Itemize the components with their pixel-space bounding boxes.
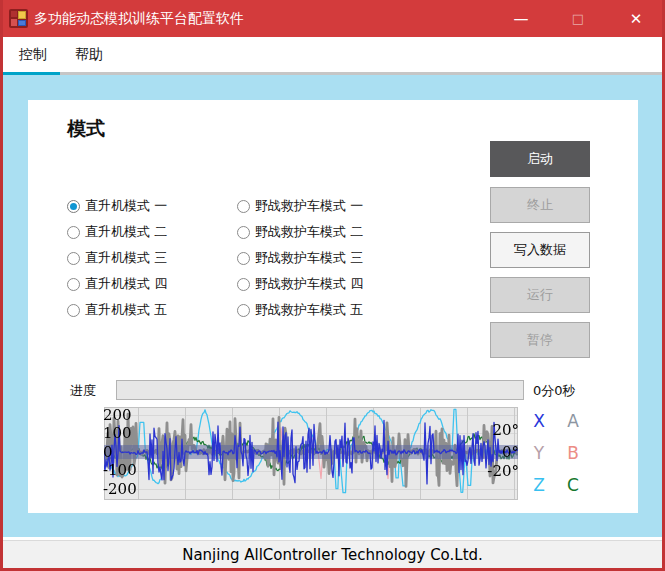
- pause-button[interactable]: 暂停: [490, 322, 590, 358]
- y-axis-tick: 200: [103, 406, 147, 424]
- radio-ambulance-mode-2[interactable]: 野战救护车模式 二: [237, 224, 363, 240]
- radio-helicopter-mode-4[interactable]: 直升机模式 四: [67, 276, 167, 292]
- legend-a: A: [562, 411, 584, 431]
- radio-label: 野战救护车模式 五: [255, 301, 363, 319]
- mode-heading: 模式: [67, 116, 105, 142]
- radio-label: 直升机模式 五: [85, 301, 167, 319]
- radio-label: 直升机模式 三: [85, 249, 167, 267]
- legend-c: C: [562, 475, 584, 495]
- title-bar: 多功能动态模拟训练平台配置软件 — □ ✕: [0, 0, 665, 37]
- window-border-left: [0, 0, 3, 571]
- run-button[interactable]: 运行: [490, 277, 590, 313]
- degree-axis-tick: 0°: [469, 444, 519, 460]
- legend-x: X: [528, 411, 550, 431]
- radio-ambulance-mode-5[interactable]: 野战救护车模式 五: [237, 302, 363, 318]
- degree-axis-tick: -20°: [469, 463, 519, 479]
- radio-label: 直升机模式 二: [85, 223, 167, 241]
- progress-label: 进度: [70, 382, 96, 400]
- legend-z: Z: [528, 475, 550, 495]
- radio-circle: [67, 252, 80, 265]
- maximize-button[interactable]: □: [555, 0, 601, 37]
- legend-y: Y: [528, 443, 550, 463]
- radio-circle: [237, 226, 250, 239]
- status-bar: Nanjing AllController Technology Co.Ltd.: [3, 540, 662, 568]
- app-icon: [9, 9, 28, 28]
- radio-ambulance-mode-3[interactable]: 野战救护车模式 三: [237, 250, 363, 266]
- legend-b: B: [562, 443, 584, 463]
- radio-circle: [67, 200, 80, 213]
- menu-item-help[interactable]: 帮助: [63, 37, 115, 72]
- radio-helicopter-mode-1[interactable]: 直升机模式 一: [67, 198, 167, 214]
- menu-item-control[interactable]: 控制: [7, 37, 59, 72]
- radio-label: 野战救护车模式 一: [255, 197, 363, 215]
- radio-circle: [237, 252, 250, 265]
- radio-circle: [67, 278, 80, 291]
- start-button[interactable]: 启动: [490, 141, 590, 177]
- progress-bar: [116, 380, 524, 400]
- window-title: 多功能动态模拟训练平台配置软件: [34, 10, 244, 28]
- app-window: 多功能动态模拟训练平台配置软件 — □ ✕ 控制 帮助 模式 直升机模式 一 直…: [0, 0, 665, 571]
- close-button[interactable]: ✕: [613, 0, 659, 37]
- radio-circle: [67, 304, 80, 317]
- radio-ambulance-mode-4[interactable]: 野战救护车模式 四: [237, 276, 363, 292]
- company-name: Nanjing AllController Technology Co.Ltd.: [182, 546, 483, 564]
- radio-helicopter-mode-3[interactable]: 直升机模式 三: [67, 250, 167, 266]
- minimize-button[interactable]: —: [498, 0, 544, 37]
- radio-circle: [237, 200, 250, 213]
- radio-helicopter-mode-5[interactable]: 直升机模式 五: [67, 302, 167, 318]
- radio-label: 直升机模式 四: [85, 275, 167, 293]
- radio-ambulance-mode-1[interactable]: 野战救护车模式 一: [237, 198, 363, 214]
- degree-axis-tick: 20°: [469, 422, 519, 438]
- radio-label: 野战救护车模式 四: [255, 275, 363, 293]
- signal-chart-canvas: [104, 407, 518, 500]
- menu-bar: 控制 帮助: [3, 37, 662, 72]
- radio-label: 野战救护车模式 二: [255, 223, 363, 241]
- y-axis-tick: -100: [103, 461, 147, 479]
- y-axis-tick: 0: [103, 443, 147, 461]
- terminate-button[interactable]: 终止: [490, 187, 590, 223]
- radio-label: 直升机模式 一: [85, 197, 167, 215]
- radio-circle: [67, 226, 80, 239]
- progress-time: 0分0秒: [533, 382, 576, 400]
- radio-label: 野战救护车模式 三: [255, 249, 363, 267]
- radio-circle: [237, 304, 250, 317]
- y-axis-tick: -200: [103, 480, 147, 498]
- menu-active-indicator: [3, 72, 60, 75]
- y-axis-tick: 100: [103, 424, 147, 442]
- write-data-button[interactable]: 写入数据: [490, 232, 590, 268]
- radio-helicopter-mode-2[interactable]: 直升机模式 二: [67, 224, 167, 240]
- radio-circle: [237, 278, 250, 291]
